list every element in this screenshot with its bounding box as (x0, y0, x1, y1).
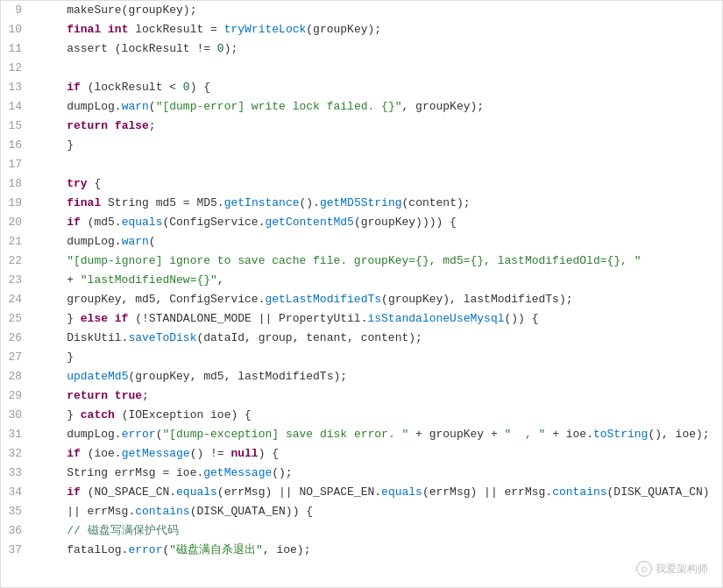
token-plain: || errMsg. (39, 505, 135, 518)
token-plain: (!STANDALONE_MODE || PropertyUtil. (128, 312, 367, 325)
token-plain (39, 196, 67, 209)
token-method: toString (593, 428, 648, 441)
code-row: 25 } else if (!STANDALONE_MODE || Proper… (1, 309, 722, 329)
token-method: getContentMd5 (265, 216, 353, 229)
watermark: ⊙ 我爱架构师 (636, 561, 708, 577)
line-content: final String md5 = MD5.getInstance().get… (32, 194, 722, 213)
line-number: 31 (1, 425, 32, 444)
token-method: error (128, 543, 162, 556)
code-row: 20 if (md5.equals(ConfigService.getConte… (1, 213, 722, 232)
token-plain: (content); (402, 196, 471, 209)
token-method: saveToDisk (128, 331, 196, 344)
token-method: getInstance (224, 196, 300, 209)
token-plain: dumpLog. (39, 100, 122, 113)
line-number: 30 (1, 406, 32, 425)
code-row: 37 fatalLog.error("磁盘满自杀退出", ioe); (1, 541, 722, 560)
line-number: 32 (1, 444, 32, 464)
token-plain: , groupKey); (402, 100, 485, 113)
code-row: 23 + "lastModifiedNew={}", (1, 271, 722, 290)
line-content: return false; (32, 117, 722, 136)
line-number: 37 (1, 541, 32, 560)
token-method: getMessage (203, 466, 272, 479)
line-number: 15 (1, 117, 32, 136)
code-row: 27 } (1, 348, 722, 367)
token-plain (39, 81, 67, 94)
line-number: 34 (1, 483, 32, 502)
token-plain: } (39, 408, 81, 422)
token-plain: (ConfigService. (162, 216, 265, 229)
token-plain: fatalLog. (39, 543, 128, 556)
token-num: 0 (217, 42, 224, 55)
token-plain: ( (149, 100, 156, 113)
code-row: 14 dumpLog.warn("[dump-error] write lock… (1, 97, 722, 117)
line-number: 29 (1, 386, 32, 406)
token-kw2: if (67, 447, 81, 460)
code-row: 24 groupKey, md5, ConfigService.getLastM… (1, 290, 722, 309)
token-plain: + (39, 273, 81, 287)
line-number: 23 (1, 271, 32, 290)
token-plain: ; (142, 389, 149, 402)
line-number: 24 (1, 290, 32, 309)
token-plain: (errMsg) || NO_SPACE_EN. (217, 485, 381, 499)
line-number: 19 (1, 194, 32, 213)
line-content: } (32, 136, 722, 155)
token-plain: (), ioe); (648, 428, 709, 441)
line-content: try { (32, 174, 722, 194)
line-number: 20 (1, 213, 32, 232)
code-row: 17 (1, 155, 722, 174)
token-string: "[dump-exception] save disk error. " (162, 428, 408, 441)
token-plain: (). (300, 196, 320, 209)
code-row: 16 } (1, 136, 722, 155)
line-number: 14 (1, 97, 32, 117)
token-plain: + groupKey + (408, 428, 504, 441)
token-plain: (DISK_QUATA_CN) (607, 485, 710, 499)
token-plain (39, 216, 67, 229)
token-method: getMessage (122, 447, 190, 460)
token-method: equals (381, 485, 422, 499)
code-row: 12 (1, 59, 722, 78)
token-plain: (ioe. (81, 447, 122, 460)
token-plain: String md5 = MD5. (101, 196, 223, 209)
token-plain: ) { (259, 447, 279, 460)
line-content: + "lastModifiedNew={}", (32, 271, 722, 290)
token-kw2: if (67, 216, 81, 229)
token-plain: () != (190, 447, 231, 460)
token-plain: ) { (190, 81, 210, 94)
token-plain (39, 389, 67, 402)
token-method: warn (122, 100, 149, 113)
code-row: 29 return true; (1, 386, 722, 406)
token-plain: ); (224, 42, 238, 55)
token-num: 0 (183, 81, 190, 94)
code-row: 11 assert (lockResult != 0); (1, 39, 722, 59)
token-plain: (groupKey)))) { (354, 216, 457, 229)
code-viewer: 9 makeSure(groupKey);10 final int lockRe… (0, 0, 723, 588)
token-plain (108, 119, 115, 132)
token-kw2: try (67, 177, 87, 190)
line-number: 18 (1, 174, 32, 194)
line-content: DiskUtil.saveToDisk(dataId, group, tenan… (32, 329, 722, 348)
code-row: 36 // 磁盘写满保护代码 (1, 521, 722, 541)
token-plain: } (39, 351, 74, 364)
watermark-text: 我爱架构师 (656, 562, 708, 577)
token-method: warn (122, 235, 149, 248)
line-number: 33 (1, 464, 32, 483)
token-plain (39, 177, 67, 190)
token-plain: (NO_SPACE_CN. (81, 485, 176, 499)
token-plain: (DISK_QUATA_EN)) { (190, 505, 313, 518)
token-plain (39, 119, 67, 132)
line-content: final int lockResult = tryWriteLock(grou… (32, 20, 722, 39)
token-plain: groupKey, md5, ConfigService. (39, 293, 265, 306)
token-method: tryWriteLock (224, 23, 307, 36)
token-string: "lastModifiedNew={}" (81, 273, 217, 287)
line-content: dumpLog.warn("[dump-error] write lock fa… (32, 97, 722, 117)
line-number: 27 (1, 348, 32, 367)
token-plain: String errMsg = ioe. (39, 466, 203, 479)
token-kw2: int (108, 23, 128, 36)
token-kw2: true (115, 389, 142, 402)
line-number: 13 (1, 78, 32, 97)
token-comment: // 磁盘写满保护代码 (39, 524, 179, 537)
token-plain: lockResult = (128, 23, 223, 36)
token-plain (108, 389, 115, 402)
line-number: 25 (1, 309, 32, 329)
token-string: " , " (505, 428, 546, 441)
